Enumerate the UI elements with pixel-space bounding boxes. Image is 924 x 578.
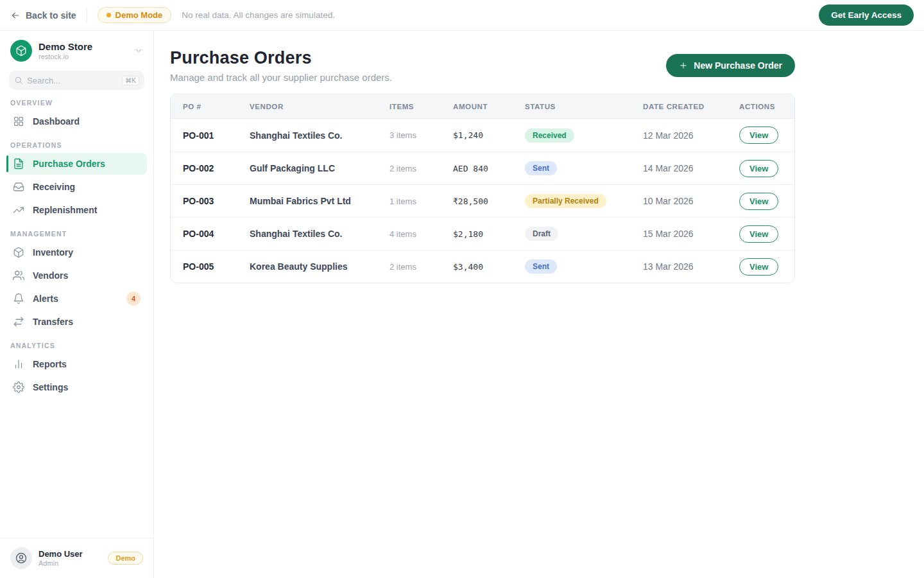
view-button-po-005[interactable]: View — [739, 258, 778, 276]
column-header-po-: PO # — [183, 103, 250, 110]
table-row-po-004: PO-004Shanghai Textiles Co.4 items$2,180… — [171, 217, 794, 250]
status-cell: Partially Received — [525, 194, 643, 208]
actions-cell: View — [739, 193, 795, 210]
demo-mode-dot-icon — [107, 13, 111, 17]
sidebar-item-alerts[interactable]: Alerts4 — [6, 288, 147, 310]
new-purchase-order-label: New Purchase Order — [694, 60, 782, 71]
new-purchase-order-button[interactable]: New Purchase Order — [666, 54, 795, 77]
sidebar-item-label: Replenishment — [33, 205, 97, 215]
column-header-date-created: DATE CREATED — [643, 103, 739, 110]
items-cell: 1 items — [389, 197, 453, 206]
sidebar: Demo Store restock.io ⌘K OverviewDashboa… — [0, 31, 154, 578]
sidebar-item-label: Reports — [33, 359, 67, 369]
sidebar-item-label: Receiving — [33, 182, 75, 192]
date-created-cell: 10 Mar 2026 — [643, 196, 739, 206]
items-cell: 2 items — [389, 262, 453, 272]
sidebar-item-inventory[interactable]: Inventory — [6, 241, 147, 263]
main-content: Purchase Orders Manage and track all you… — [154, 31, 924, 578]
sidebar-item-reports[interactable]: Reports — [6, 353, 147, 375]
amount-cell: ₹28,500 — [453, 197, 525, 206]
back-arrow-icon — [10, 10, 21, 21]
page-subtitle: Manage and track all your supplier purch… — [170, 72, 392, 83]
search-shortcut-hint: ⌘K — [122, 76, 139, 85]
column-header-items: ITEMS — [389, 103, 453, 110]
table-header-row: PO #VENDORITEMSAMOUNTSTATUSDATE CREATEDA… — [171, 94, 794, 119]
sidebar-item-label: Transfers — [33, 317, 73, 327]
user-name: Demo User — [38, 549, 83, 559]
nav-section-label-overview: Overview — [10, 99, 143, 107]
view-button-po-003[interactable]: View — [739, 193, 778, 210]
sidebar-item-label: Alerts — [33, 293, 58, 304]
vendor-cell: Mumbai Fabrics Pvt Ltd — [250, 196, 389, 206]
items-cell: 3 items — [389, 130, 453, 140]
vendor-cell: Gulf Packaging LLC — [250, 163, 389, 173]
get-early-access-button[interactable]: Get Early Access — [819, 4, 914, 26]
topbar: Back to site Demo Mode No real data. All… — [0, 0, 924, 31]
plus-icon — [679, 61, 688, 70]
alerts-count-badge: 4 — [126, 292, 141, 306]
view-button-po-004[interactable]: View — [739, 225, 778, 243]
nav-section-label-analytics: Analytics — [10, 342, 143, 349]
vendor-cell: Shanghai Textiles Co. — [250, 130, 389, 141]
user-demo-badge: Demo — [108, 552, 143, 565]
bell-icon — [13, 293, 24, 304]
status-badge: Received — [525, 128, 574, 143]
table-row-po-003: PO-003Mumbai Fabrics Pvt Ltd1 items₹28,5… — [171, 184, 794, 217]
store-switcher[interactable]: Demo Store restock.io — [0, 31, 153, 68]
vendor-cell: Shanghai Textiles Co. — [250, 229, 389, 239]
sidebar-item-label: Vendors — [33, 270, 68, 281]
inbox-icon — [13, 181, 24, 193]
date-created-cell: 12 Mar 2026 — [643, 130, 739, 141]
sidebar-item-receiving[interactable]: Receiving — [6, 176, 147, 198]
search-input[interactable] — [27, 76, 118, 85]
sidebar-item-purchase-orders[interactable]: Purchase Orders — [6, 153, 147, 175]
amount-cell: $2,180 — [453, 229, 525, 239]
dashboard-icon — [13, 116, 24, 127]
trending-up-icon — [13, 204, 24, 216]
user-menu[interactable]: Demo User Admin Demo — [0, 538, 153, 578]
gear-icon — [13, 381, 24, 393]
search-box: ⌘K — [9, 71, 144, 90]
sidebar-item-vendors[interactable]: Vendors — [6, 265, 147, 286]
po-number-cell: PO-004 — [183, 229, 250, 239]
package-icon — [13, 247, 24, 258]
page-title: Purchase Orders — [170, 48, 392, 68]
actions-cell: View — [739, 258, 795, 276]
view-button-po-001[interactable]: View — [739, 127, 778, 144]
sidebar-item-dashboard[interactable]: Dashboard — [6, 110, 147, 132]
sidebar-item-replenishment[interactable]: Replenishment — [6, 199, 147, 221]
column-header-status: STATUS — [525, 103, 643, 110]
back-to-site-link[interactable]: Back to site — [10, 10, 76, 21]
sidebar-item-label: Settings — [33, 382, 68, 392]
status-badge: Sent — [525, 161, 557, 175]
status-cell: Received — [525, 128, 643, 143]
sidebar-item-transfers[interactable]: Transfers — [6, 311, 147, 333]
store-domain: restock.io — [38, 53, 92, 60]
po-table-body: PO-001Shanghai Textiles Co.3 items$1,240… — [171, 119, 794, 283]
amount-cell: AED 840 — [453, 164, 525, 173]
user-icon — [15, 552, 28, 565]
amount-cell: $3,400 — [453, 262, 525, 272]
search-icon — [14, 76, 23, 85]
chevron-down-icon — [134, 46, 143, 55]
store-logo — [10, 40, 32, 62]
demo-mode-badge: Demo Mode — [98, 7, 172, 23]
back-to-site-label: Back to site — [26, 10, 76, 21]
date-created-cell: 15 Mar 2026 — [643, 229, 739, 239]
demo-notice-text: No real data. All changes are simulated. — [182, 10, 335, 20]
view-button-po-002[interactable]: View — [739, 160, 778, 177]
purchase-orders-table: PO #VENDORITEMSAMOUNTSTATUSDATE CREATEDA… — [170, 94, 795, 283]
status-cell: Sent — [525, 161, 643, 175]
sidebar-item-settings[interactable]: Settings — [6, 376, 147, 398]
po-number-cell: PO-002 — [183, 163, 250, 173]
items-cell: 2 items — [389, 164, 453, 173]
actions-cell: View — [739, 225, 795, 243]
store-name: Demo Store — [38, 41, 92, 53]
transfer-icon — [13, 316, 24, 328]
demo-mode-label: Demo Mode — [116, 10, 163, 20]
nav-section-label-management: Management — [10, 230, 143, 238]
status-cell: Draft — [525, 227, 643, 241]
users-icon — [13, 270, 24, 281]
topbar-divider — [87, 9, 87, 22]
po-number-cell: PO-003 — [183, 196, 250, 206]
